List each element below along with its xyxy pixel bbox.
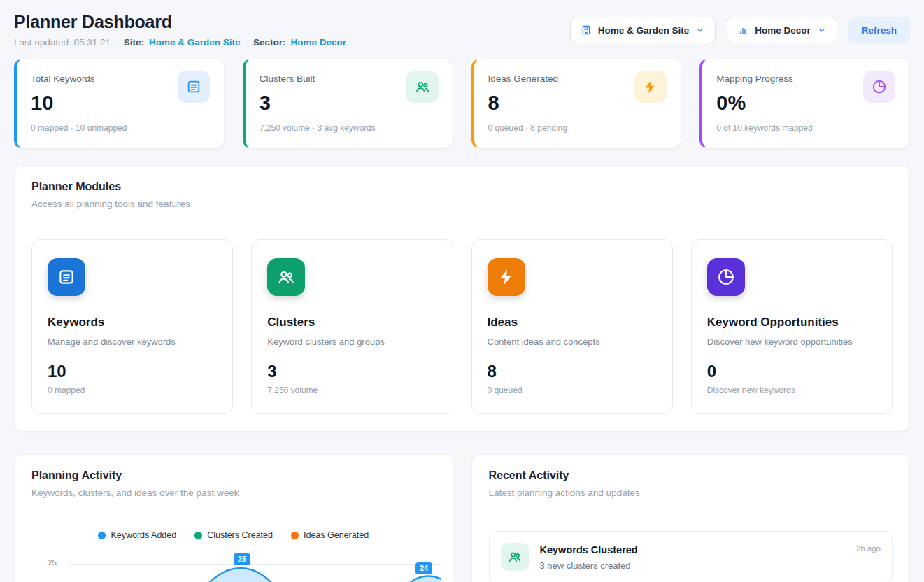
module-detail: 0 queued [488, 385, 657, 395]
stat-card-mapping-progress: Mapping Progress 0% 0 of 10 keywords map… [699, 59, 910, 148]
header-subline: Last updated: 05:31:21 · Site: Home & Ga… [14, 37, 346, 48]
module-card-clusters[interactable]: Clusters Keyword clusters and groups 3 7… [251, 239, 453, 414]
module-card-keyword-opportunities[interactable]: Keyword Opportunities Discover new keywo… [691, 239, 893, 414]
legend-label: Ideas Generated [304, 530, 369, 540]
panel-title: Planning Activity [31, 469, 436, 482]
sector-selector-value: Home Decor [755, 25, 811, 36]
panel-subtitle: Access all planning tools and features [31, 199, 893, 209]
stat-card-total-keywords: Total Keywords 10 0 mapped · 10 unmapped [14, 59, 225, 148]
header-left: Planner Dashboard Last updated: 05:31:21… [14, 10, 346, 48]
stats-row: Total Keywords 10 0 mapped · 10 unmapped… [14, 59, 910, 148]
legend-label: Keywords Added [111, 530, 176, 540]
site-label: Site: [124, 37, 144, 48]
legend-item-keywords-added: Keywords Added [98, 530, 176, 540]
module-title: Clusters [267, 315, 436, 329]
activity-title: Keywords Clustered [540, 544, 638, 555]
sector-selector-dropdown[interactable]: Home Decor [727, 17, 837, 43]
bottom-row: Planning Activity Keywords, clusters, an… [14, 454, 910, 582]
stat-detail: 0 queued · 8 pending [488, 123, 666, 133]
legend-item-ideas-generated: Ideas Generated [291, 530, 369, 540]
panel-subtitle: Latest planning actions and updates [489, 488, 893, 498]
legend-dot [291, 532, 299, 539]
recent-activity-header: Recent Activity Latest planning actions … [472, 455, 910, 511]
stat-card-clusters-built: Clusters Built 3 7,250 volume · 3 avg ke… [243, 59, 453, 148]
legend-dot [194, 532, 202, 539]
people-icon [406, 71, 439, 103]
site-link[interactable]: Home & Garden Site [149, 37, 241, 48]
module-title: Keyword Opportunities [707, 315, 876, 329]
module-title: Keywords [48, 315, 217, 329]
activity-description: 3 new clusters created [540, 560, 638, 571]
planning-activity-header: Planning Activity Keywords, clusters, an… [15, 455, 453, 511]
module-description: Keyword clusters and groups [267, 336, 436, 347]
recent-activity-panel: Recent Activity Latest planning actions … [471, 454, 911, 582]
pie-chart-icon [707, 258, 745, 296]
stat-card-ideas-generated: Ideas Generated 8 0 queued · 8 pending [471, 59, 682, 148]
site-selector-dropdown[interactable]: Home & Garden Site [570, 17, 716, 43]
activity-item-keywords-clustered: Keywords Clustered 3 new clusters create… [489, 531, 893, 582]
y-axis-tick-label: 25 [43, 558, 57, 567]
modules-grid: Keywords Manage and discover keywords 10… [15, 222, 909, 431]
legend-item-clusters-created: Clusters Created [194, 530, 273, 540]
planner-modules-panel: Planner Modules Access all planning tool… [14, 165, 910, 432]
module-value: 3 [267, 362, 436, 381]
module-description: Discover new keyword opportunities [707, 336, 876, 347]
panel-title: Recent Activity [489, 469, 893, 482]
legend-dot [98, 532, 106, 539]
module-description: Content ideas and concepts [488, 336, 657, 347]
building-icon [581, 24, 592, 36]
module-detail: 7,250 volume [267, 385, 436, 395]
panel-subtitle: Keywords, clusters, and ideas over the p… [31, 488, 436, 498]
activity-body: Keywords Clustered 3 new clusters create… [540, 543, 638, 571]
data-point-label: 24 [415, 562, 432, 574]
module-detail: 0 mapped [48, 385, 217, 395]
module-value: 10 [48, 362, 217, 381]
site-selector-value: Home & Garden Site [598, 25, 690, 36]
legend-label: Clusters Created [207, 530, 273, 540]
document-list-icon [48, 258, 85, 296]
module-card-ideas[interactable]: Ideas Content ideas and concepts 8 0 que… [471, 239, 673, 414]
header: Planner Dashboard Last updated: 05:31:21… [14, 10, 910, 48]
lightning-icon [488, 258, 525, 296]
people-icon [501, 543, 529, 571]
separator-dot: · [115, 37, 119, 48]
stat-detail: 0 of 10 keywords mapped [716, 123, 894, 133]
bar-chart-icon [737, 24, 748, 36]
panel-title: Planner Modules [31, 180, 893, 193]
planning-activity-chart: 25 25 24 [15, 547, 453, 582]
document-list-icon [178, 71, 210, 103]
module-card-keywords[interactable]: Keywords Manage and discover keywords 10… [31, 239, 233, 414]
refresh-button[interactable]: Refresh [848, 17, 910, 43]
module-title: Ideas [488, 315, 657, 329]
sector-label: Sector: [253, 37, 286, 48]
last-updated-text: Last updated: 05:31:21 [14, 37, 111, 48]
chevron-down-icon [695, 25, 705, 35]
separator-dot: · [245, 37, 248, 48]
lightning-icon [634, 71, 667, 103]
module-value: 0 [707, 362, 876, 381]
planning-activity-panel: Planning Activity Keywords, clusters, an… [14, 454, 453, 582]
module-description: Manage and discover keywords [48, 336, 217, 347]
header-controls: Home & Garden Site Home Decor Refresh [570, 17, 910, 43]
chart-legend: Keywords Added Clusters Created Ideas Ge… [15, 530, 453, 540]
data-point-label: 25 [234, 553, 250, 565]
page-title: Planner Dashboard [14, 11, 346, 32]
module-detail: Discover new keywords [707, 385, 876, 395]
people-icon [267, 258, 305, 296]
activity-timestamp: 2h ago [856, 544, 881, 553]
stat-detail: 0 mapped · 10 unmapped [31, 123, 208, 133]
planner-modules-header: Planner Modules Access all planning tool… [15, 166, 909, 222]
pie-chart-icon [863, 71, 895, 103]
planner-dashboard-page: Planner Dashboard Last updated: 05:31:21… [0, 0, 924, 582]
sector-link[interactable]: Home Decor [290, 37, 346, 48]
stat-detail: 7,250 volume · 3 avg keywords [260, 123, 437, 133]
chevron-down-icon [817, 25, 827, 35]
module-value: 8 [488, 362, 657, 381]
